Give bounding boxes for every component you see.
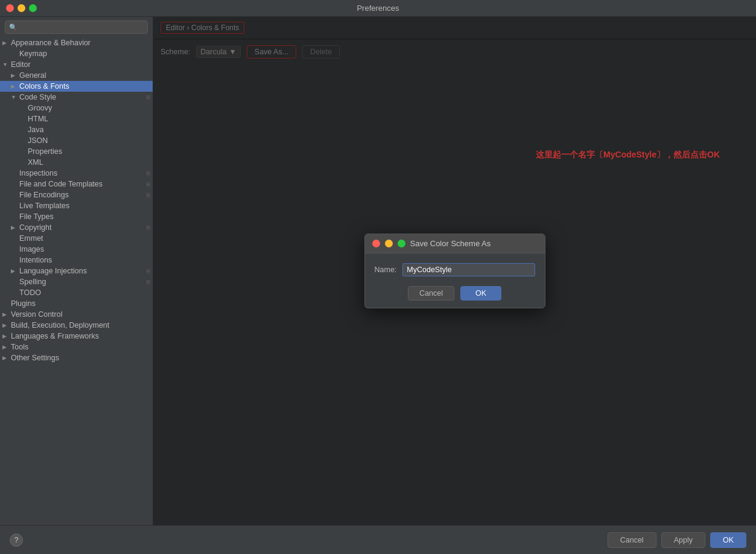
sidebar-item-other-settings[interactable]: ▶Other Settings: [0, 352, 153, 363]
arrow-icon: ▼: [11, 94, 19, 100]
dialog-body: Name: Cancel OK: [365, 253, 545, 308]
sidebar-item-label: File Encodings: [19, 191, 69, 199]
sidebar-item-todo[interactable]: TODO: [0, 287, 153, 298]
sidebar-item-label: Emmet: [19, 234, 43, 243]
sidebar-item-label: Plugins: [11, 299, 36, 308]
dialog-cancel-button[interactable]: Cancel: [408, 286, 454, 301]
sidebar-item-version-control[interactable]: ▶Version Control: [0, 309, 153, 320]
sidebar-item-label: Copyright: [19, 223, 52, 232]
sidebar-item-label: XML: [28, 158, 43, 167]
sidebar-item-file-types[interactable]: File Types: [0, 211, 153, 222]
dialog-close-dot[interactable]: [372, 240, 380, 247]
cancel-button[interactable]: Cancel: [608, 532, 656, 548]
sidebar-item-intentions[interactable]: Intentions: [0, 255, 153, 266]
title-bar: Preferences: [0, 0, 756, 17]
sidebar-item-label: Languages & Frameworks: [11, 332, 99, 340]
sidebar: 🔍 ▶Appearance & BehaviorKeymap▼Editor▶Ge…: [0, 17, 153, 525]
sidebar-item-label: JSON: [28, 136, 48, 145]
sidebar-item-label: Version Control: [11, 310, 62, 319]
sidebar-item-language-injections[interactable]: ▶Language Injections⎘: [0, 266, 153, 276]
sidebar-item-label: Groovy: [28, 104, 52, 112]
sidebar-item-languages-frameworks[interactable]: ▶Languages & Frameworks: [0, 331, 153, 342]
sidebar-item-label: Inspections: [19, 169, 57, 177]
sidebar-item-spelling[interactable]: Spelling⎘: [0, 276, 153, 287]
sidebar-item-editor[interactable]: ▼Editor: [0, 59, 153, 70]
dialog-max-dot[interactable]: [398, 240, 405, 247]
dialog-name-row: Name:: [375, 263, 535, 276]
sidebar-item-label: Spelling: [19, 278, 46, 286]
sidebar-item-html[interactable]: HTML: [0, 113, 153, 124]
sidebar-item-inspections[interactable]: Inspections⎘: [0, 168, 153, 179]
sidebar-item-plugins[interactable]: Plugins: [0, 298, 153, 309]
search-input[interactable]: [20, 23, 144, 31]
sidebar-item-code-style[interactable]: ▼Code Style⎘: [0, 92, 153, 103]
arrow-icon: ▶: [2, 333, 11, 339]
arrow-icon: ▶: [2, 311, 11, 317]
sidebar-item-keymap[interactable]: Keymap: [0, 48, 153, 59]
sidebar-item-label: Appearance & Behavior: [11, 39, 91, 47]
dialog-title: Save Color Scheme As: [410, 239, 491, 248]
search-box[interactable]: 🔍: [5, 21, 148, 34]
dialog-title-bar: Save Color Scheme As: [365, 234, 545, 253]
sidebar-item-label: HTML: [28, 115, 48, 123]
search-icon: 🔍: [9, 24, 17, 31]
sidebar-item-label: Java: [28, 126, 43, 134]
sidebar-item-copyright[interactable]: ▶Copyright⎘: [0, 222, 153, 233]
copy-icon: ⎘: [147, 181, 150, 188]
bottom-bar: ? Cancel Apply OK: [0, 525, 756, 554]
arrow-icon: ▶: [2, 322, 11, 328]
ok-button[interactable]: OK: [710, 532, 746, 548]
copy-icon: ⎘: [147, 279, 150, 285]
sidebar-item-build-execution-deployment[interactable]: ▶Build, Execution, Deployment: [0, 320, 153, 331]
sidebar-item-label: Images: [19, 245, 44, 253]
sidebar-item-live-templates[interactable]: Live Templates: [0, 200, 153, 211]
save-color-scheme-dialog: Save Color Scheme As Name: Cancel OK: [364, 234, 545, 308]
sidebar-item-label: TODO: [19, 288, 41, 297]
arrow-icon: ▶: [11, 72, 19, 78]
sidebar-item-java[interactable]: Java: [0, 124, 153, 135]
sidebar-item-groovy[interactable]: Groovy: [0, 103, 153, 113]
sidebar-item-label: Editor: [11, 60, 31, 69]
window-controls: [6, 4, 37, 12]
sidebar-item-label: Keymap: [19, 49, 47, 58]
sidebar-item-emmet[interactable]: Emmet: [0, 233, 153, 244]
dialog-min-dot[interactable]: [385, 240, 393, 247]
sidebar-item-general[interactable]: ▶General: [0, 70, 153, 81]
window-title: Preferences: [357, 4, 399, 13]
arrow-icon: ▼: [2, 62, 11, 68]
sidebar-item-images[interactable]: Images: [0, 244, 153, 255]
dialog-ok-button[interactable]: OK: [460, 286, 501, 301]
sidebar-item-label: Code Style: [19, 93, 56, 101]
sidebar-item-label: Live Templates: [19, 202, 69, 210]
sidebar-item-label: General: [19, 71, 46, 80]
sidebar-item-file-encodings[interactable]: File Encodings⎘: [0, 189, 153, 200]
sidebar-item-label: Build, Execution, Deployment: [11, 321, 109, 330]
copy-icon: ⎘: [147, 170, 150, 177]
copy-icon: ⎘: [147, 94, 150, 101]
sidebar-item-label: File Types: [19, 212, 54, 221]
help-button[interactable]: ?: [10, 533, 23, 547]
sidebar-item-file-and-code-templates[interactable]: File and Code Templates⎘: [0, 179, 153, 189]
sidebar-item-json[interactable]: JSON: [0, 135, 153, 146]
sidebar-item-label: Properties: [28, 147, 62, 156]
sidebar-tree: ▶Appearance & BehaviorKeymap▼Editor▶Gene…: [0, 37, 153, 363]
sidebar-item-colors-fonts[interactable]: ▶Colors & Fonts: [0, 81, 153, 92]
minimize-button[interactable]: [17, 4, 25, 12]
sidebar-item-xml[interactable]: XML: [0, 157, 153, 168]
dialog-buttons: Cancel OK: [375, 286, 535, 301]
sidebar-item-label: Intentions: [19, 256, 52, 264]
sidebar-item-label: Other Settings: [11, 354, 59, 362]
maximize-button[interactable]: [29, 4, 37, 12]
dialog-name-label: Name:: [375, 266, 397, 274]
sidebar-item-appearance-behavior[interactable]: ▶Appearance & Behavior: [0, 37, 153, 48]
arrow-icon: ▶: [2, 40, 11, 46]
sidebar-item-label: File and Code Templates: [19, 180, 103, 188]
sidebar-item-tools[interactable]: ▶Tools: [0, 342, 153, 352]
copy-icon: ⎘: [147, 224, 150, 231]
apply-button[interactable]: Apply: [661, 532, 705, 548]
arrow-icon: ▶: [11, 268, 19, 274]
sidebar-item-properties[interactable]: Properties: [0, 146, 153, 157]
sidebar-item-label: Colors & Fonts: [19, 82, 69, 91]
close-button[interactable]: [6, 4, 14, 12]
dialog-name-input[interactable]: [402, 263, 535, 276]
